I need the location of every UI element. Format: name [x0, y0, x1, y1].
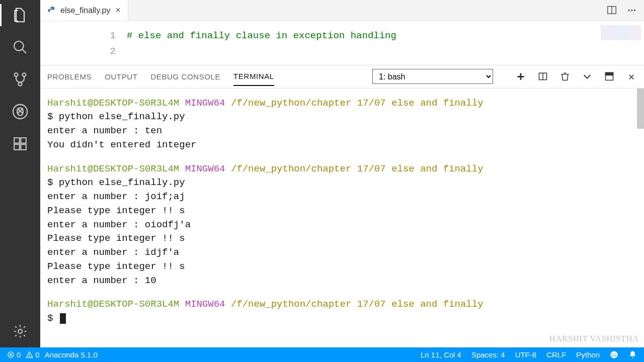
kill-terminal-icon[interactable] — [559, 69, 571, 83]
debug-icon[interactable] — [11, 103, 29, 121]
status-warnings[interactable]: 0 — [26, 350, 39, 359]
tab-filename: else_finally.py — [60, 6, 110, 15]
svg-point-22 — [610, 351, 617, 358]
svg-rect-10 — [21, 144, 26, 150]
svg-point-0 — [14, 41, 24, 51]
source-control-icon[interactable] — [11, 70, 29, 88]
svg-point-2 — [15, 73, 18, 76]
more-actions-icon[interactable]: ··· — [627, 5, 636, 16]
terminal-line: Please type integer !! s — [47, 232, 644, 246]
terminal-line: enter a number : 10 — [47, 274, 644, 288]
svg-point-12 — [50, 7, 51, 8]
svg-point-21 — [29, 356, 30, 357]
panel-actions: + ✕ — [515, 69, 637, 83]
status-bar: 0 0 Anaconda 5.1.0 Ln 11, Col 4 Spaces: … — [0, 347, 644, 362]
panel-tab-problems[interactable]: PROBLEMS — [47, 72, 92, 81]
terminal-line: You didn't entered integer — [47, 138, 644, 152]
code-content: # else and finally clause in exception h… — [127, 28, 396, 60]
line-gutter: 1 2 — [40, 28, 116, 60]
status-language[interactable]: Python — [576, 350, 600, 359]
status-errors[interactable]: 0 — [7, 350, 21, 359]
svg-rect-9 — [14, 144, 20, 150]
terminal-line: Harshit@DESKTOP-S0R3L4M MINGW64 /f/new_p… — [47, 97, 644, 111]
vscode-window: else_finally.py × ··· 1 2 # else and fin… — [0, 0, 644, 362]
terminal-cursor — [60, 313, 66, 324]
editor-tabs-bar: else_finally.py × ··· — [40, 0, 644, 21]
status-eol[interactable]: CRLF — [546, 350, 566, 359]
svg-point-24 — [615, 353, 616, 354]
split-terminal-icon[interactable] — [537, 69, 548, 83]
code-editor[interactable]: 1 2 # else and finally clause in excepti… — [40, 21, 644, 65]
chevron-down-icon[interactable] — [582, 69, 593, 83]
svg-line-1 — [22, 49, 26, 53]
status-cursor-position[interactable]: Ln 11, Col 4 — [421, 350, 461, 359]
tab-close-icon[interactable]: × — [114, 4, 122, 17]
terminal-cmd: $ python else_finally.py — [47, 110, 644, 124]
watermark-text: HARSHIT VASHISTHA — [549, 333, 639, 345]
status-notifications-icon[interactable] — [628, 350, 637, 359]
extensions-icon[interactable] — [11, 135, 29, 153]
search-icon[interactable] — [11, 38, 29, 56]
terminal-output[interactable]: Harshit@DESKTOP-S0R3L4M MINGW64 /f/new_p… — [40, 88, 644, 347]
status-feedback-icon[interactable] — [610, 350, 618, 359]
terminal-line: Please type integer !! s — [47, 260, 644, 274]
panel-tabs: PROBLEMS OUTPUT DEBUG CONSOLE TERMINAL 1… — [40, 65, 644, 88]
status-encoding[interactable]: UTF-8 — [515, 350, 537, 359]
main-area: else_finally.py × ··· 1 2 # else and fin… — [0, 0, 644, 347]
bottom-panel: PROBLEMS OUTPUT DEBUG CONSOLE TERMINAL 1… — [40, 65, 644, 347]
terminal-line: Please type integer !! s — [47, 204, 644, 218]
tab-else-finally[interactable]: else_finally.py × — [40, 0, 128, 21]
svg-rect-8 — [21, 138, 26, 143]
maximize-panel-icon[interactable] — [604, 69, 615, 83]
terminal-prompt-line: $ — [47, 312, 644, 326]
panel-tab-output[interactable]: OUTPUT — [105, 72, 137, 81]
svg-point-23 — [612, 353, 613, 354]
terminal-cmd: $ python else_finally.py — [47, 176, 644, 190]
svg-rect-18 — [606, 73, 613, 75]
new-terminal-icon[interactable]: + — [515, 69, 526, 83]
status-python-env[interactable]: Anaconda 5.1.0 — [45, 350, 98, 359]
python-file-icon — [47, 6, 56, 15]
terminal-scrollbar[interactable] — [637, 88, 644, 129]
terminal-line: enter a number : oiodfj'a — [47, 218, 644, 232]
terminal-line: Harshit@DESKTOP-S0R3L4M MINGW64 /f/new_p… — [47, 298, 644, 312]
explorer-icon[interactable] — [11, 6, 29, 24]
terminal-line: enter a number : idjf'a — [47, 246, 644, 260]
panel-tab-terminal[interactable]: TERMINAL — [233, 72, 274, 86]
svg-rect-7 — [14, 138, 20, 143]
terminal-line: enter a number : joif;aj — [47, 190, 644, 204]
terminal-line: enter a number : ten — [47, 124, 644, 138]
editor-panel-area: else_finally.py × ··· 1 2 # else and fin… — [40, 0, 644, 347]
settings-gear-icon[interactable] — [11, 322, 29, 340]
minimap[interactable] — [601, 25, 641, 40]
terminal-selector[interactable]: 1: bash — [372, 69, 493, 84]
panel-tab-debug[interactable]: DEBUG CONSOLE — [150, 72, 220, 81]
status-indentation[interactable]: Spaces: 4 — [471, 350, 505, 359]
split-editor-icon[interactable] — [606, 5, 617, 16]
svg-point-11 — [18, 329, 22, 333]
activity-bar — [0, 0, 40, 347]
close-panel-icon[interactable]: ✕ — [626, 69, 637, 83]
svg-point-3 — [23, 73, 26, 76]
editor-title-actions: ··· — [606, 5, 644, 16]
terminal-line: Harshit@DESKTOP-S0R3L4M MINGW64 /f/new_p… — [47, 162, 644, 176]
